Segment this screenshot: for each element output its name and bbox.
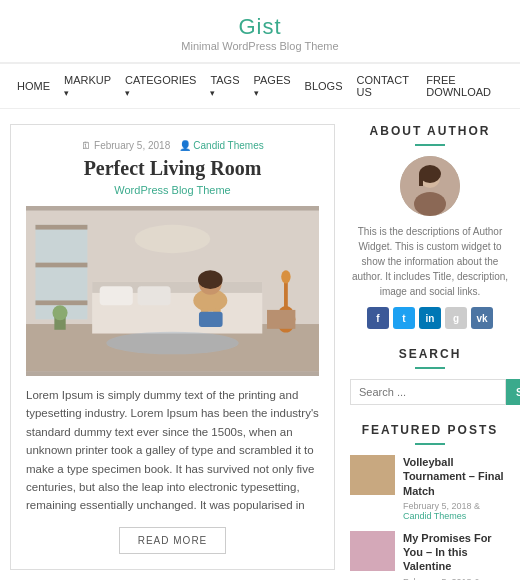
search-section: SEARCH SEARCH	[350, 347, 510, 405]
nav-categories[interactable]: CATEGORIES	[118, 64, 203, 108]
site-header: Gist Minimal WordPress Blog Theme	[0, 0, 520, 63]
featured-author-1[interactable]: Candid Themes	[403, 511, 466, 521]
social-icons: f t in g vk	[350, 307, 510, 329]
about-author-divider	[415, 144, 445, 146]
search-divider	[415, 367, 445, 369]
svg-point-19	[281, 270, 290, 283]
about-author-section: ABOUT AUTHOR This is the descriptions of…	[350, 124, 510, 329]
svg-rect-20	[267, 310, 295, 329]
featured-posts-title: FEATURED POSTS	[350, 423, 510, 437]
content-wrap: 🗓 February 5, 2018 👤 Candid Themes Perfe…	[0, 109, 520, 580]
bedroom-illustration	[26, 206, 319, 376]
svg-point-13	[198, 270, 223, 289]
svg-point-23	[106, 332, 238, 355]
post-1-meta: 🗓 February 5, 2018 👤 Candid Themes	[26, 140, 319, 151]
author-avatar-image	[400, 156, 460, 216]
svg-point-24	[135, 225, 211, 253]
featured-thumb-2	[350, 531, 395, 571]
svg-rect-6	[35, 300, 87, 305]
sidebar: ABOUT AUTHOR This is the descriptions of…	[350, 109, 510, 580]
nav-blogs[interactable]: BLOGS	[298, 70, 350, 102]
svg-rect-5	[35, 263, 87, 268]
svg-rect-4	[35, 225, 87, 230]
twitter-icon[interactable]: t	[393, 307, 415, 329]
svg-rect-37	[419, 174, 423, 186]
featured-item-1: Volleyball Tournament – Final Match Febr…	[350, 455, 510, 521]
featured-item-2: My Promises For You – In this Valentine …	[350, 531, 510, 580]
nav-free-download[interactable]: FREE DOWNLOAD	[419, 64, 510, 108]
featured-thumb-1	[350, 455, 395, 495]
featured-info-1: Volleyball Tournament – Final Match Febr…	[403, 455, 510, 521]
googleplus-icon[interactable]: g	[445, 307, 467, 329]
post-1-image	[26, 206, 319, 376]
featured-title-2[interactable]: My Promises For You – In this Valentine	[403, 531, 510, 574]
vk-icon[interactable]: vk	[471, 307, 493, 329]
search-button[interactable]: SEARCH	[506, 379, 520, 405]
svg-rect-9	[100, 286, 133, 305]
svg-point-35	[414, 192, 446, 216]
featured-meta-1: February 5, 2018 & Candid Themes	[403, 501, 510, 521]
read-more-button[interactable]: READ MORE	[119, 527, 227, 554]
post-1-subtitle: WordPress Blog Theme	[26, 184, 319, 196]
featured-info-2: My Promises For You – In this Valentine …	[403, 531, 510, 580]
linkedin-icon[interactable]: in	[419, 307, 441, 329]
author-avatar	[400, 156, 460, 216]
about-author-text: This is the descriptions of Author Widge…	[350, 224, 510, 299]
post-1-author[interactable]: Candid Themes	[193, 140, 263, 151]
nav-pages[interactable]: PAGES	[247, 64, 298, 108]
about-author-title: ABOUT AUTHOR	[350, 124, 510, 138]
nav-tags[interactable]: TAGS	[203, 64, 246, 108]
search-input[interactable]	[350, 379, 506, 405]
nav-contact[interactable]: CONTACT US	[350, 64, 420, 108]
main-nav: HOME MARKUP CATEGORIES TAGS PAGES BLOGS …	[0, 63, 520, 109]
featured-posts-divider	[415, 443, 445, 445]
search-title: SEARCH	[350, 347, 510, 361]
search-wrap: SEARCH	[350, 379, 510, 405]
svg-point-22	[52, 305, 67, 320]
nav-home[interactable]: HOME	[10, 70, 57, 102]
svg-rect-16	[199, 312, 223, 327]
svg-rect-10	[138, 286, 171, 305]
post-card-1: 🗓 February 5, 2018 👤 Candid Themes Perfe…	[10, 124, 335, 570]
post-1-excerpt: Lorem Ipsum is simply dummy text of the …	[26, 386, 319, 515]
post-1-date: February 5, 2018	[94, 140, 170, 151]
site-title: Gist	[0, 14, 520, 40]
read-more-wrap: READ MORE	[26, 527, 319, 554]
featured-posts-section: FEATURED POSTS Volleyball Tournament – F…	[350, 423, 510, 580]
featured-title-1[interactable]: Volleyball Tournament – Final Match	[403, 455, 510, 498]
site-description: Minimal WordPress Blog Theme	[0, 40, 520, 52]
main-content: 🗓 February 5, 2018 👤 Candid Themes Perfe…	[10, 109, 350, 580]
facebook-icon[interactable]: f	[367, 307, 389, 329]
nav-markup[interactable]: MARKUP	[57, 64, 118, 108]
post-1-title: Perfect Living Room	[26, 157, 319, 180]
